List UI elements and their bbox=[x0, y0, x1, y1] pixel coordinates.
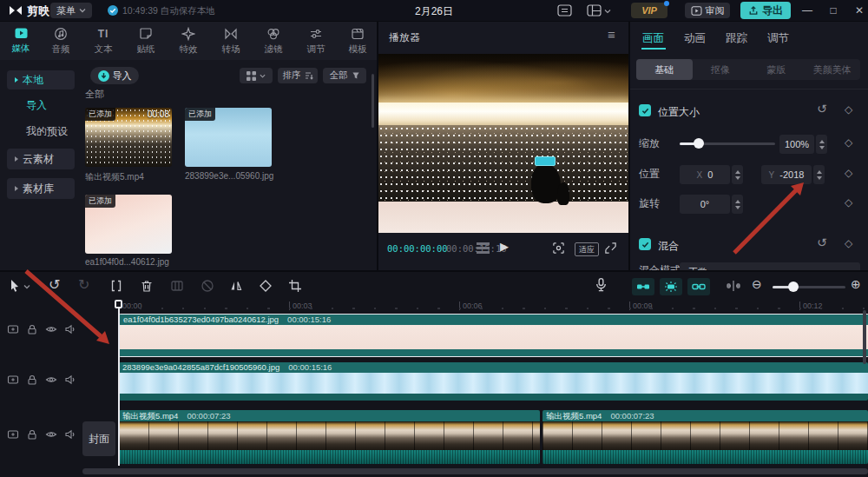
video-preview[interactable] bbox=[378, 54, 628, 233]
import-media-button[interactable]: 导入 bbox=[90, 67, 139, 84]
keyframe-diamond-icon[interactable]: ◇ bbox=[845, 136, 852, 149]
tab-adjustment[interactable]: 调节 bbox=[767, 31, 789, 46]
overlay-track-icon[interactable] bbox=[7, 323, 19, 335]
auto-snap-toggle[interactable] bbox=[660, 278, 682, 295]
select-tool-icon[interactable] bbox=[8, 279, 22, 293]
tab-canvas[interactable]: 画面 bbox=[642, 31, 664, 46]
timeline-clip-pink-image[interactable]: ea1f04f0d1b635273ed0497ba0240612.jpg00:0… bbox=[119, 314, 868, 357]
tab-stickers[interactable]: 贴纸 bbox=[125, 22, 167, 60]
blend-mode-select[interactable]: 正常 bbox=[680, 262, 860, 270]
mute-track-icon[interactable] bbox=[64, 428, 76, 441]
tab-adjust[interactable]: 调节 bbox=[295, 22, 337, 60]
rotation-field[interactable]: 0° bbox=[680, 195, 730, 214]
filter-button[interactable]: 全部 bbox=[323, 68, 366, 83]
crop-icon[interactable] bbox=[288, 279, 302, 293]
rotation-stepper[interactable] bbox=[732, 195, 743, 214]
tab-animation[interactable]: 动画 bbox=[684, 31, 706, 46]
fullscreen-icon[interactable] bbox=[604, 242, 617, 255]
tab-transitions[interactable]: 转场 bbox=[210, 22, 252, 60]
sidebar-item-local[interactable]: 本地 bbox=[7, 70, 75, 89]
window-maximize-button[interactable]: □ bbox=[826, 3, 840, 17]
lock-icon[interactable] bbox=[26, 374, 38, 386]
hide-track-icon[interactable] bbox=[45, 428, 57, 441]
sidebar-item-library[interactable]: 素材库 bbox=[7, 178, 75, 199]
timeline-zoom-handle[interactable] bbox=[788, 282, 799, 292]
playhead-handle[interactable] bbox=[115, 300, 122, 308]
select-tool-chevron-icon[interactable] bbox=[23, 283, 30, 290]
lock-icon[interactable] bbox=[26, 323, 38, 335]
timeline-vertical-scrollbar[interactable] bbox=[863, 310, 866, 364]
mute-track-icon[interactable] bbox=[64, 374, 76, 386]
tab-filters[interactable]: 滤镜 bbox=[253, 22, 294, 60]
reset-icon[interactable]: ↺ bbox=[817, 236, 827, 248]
subtab-beauty[interactable]: 美颜美体 bbox=[805, 59, 861, 80]
notes-panel-icon[interactable] bbox=[557, 4, 572, 17]
media-item-image-pink[interactable]: 已添加 bbox=[85, 195, 172, 254]
sidebar-item-my-presets[interactable]: 我的预设 bbox=[26, 124, 68, 139]
main-track-magnet-toggle[interactable] bbox=[632, 278, 654, 295]
tab-audio[interactable]: 音频 bbox=[40, 22, 82, 60]
tab-effects[interactable]: 特效 bbox=[168, 22, 209, 60]
layout-chevron-icon[interactable] bbox=[604, 8, 611, 15]
subtab-mask[interactable]: 蒙版 bbox=[748, 59, 805, 80]
timeline-clip-video-2[interactable]: 输出视频5.mp400:00:07:23 bbox=[542, 410, 868, 464]
position-y-field[interactable]: Y -2018 bbox=[761, 165, 812, 184]
reset-icon[interactable]: ↺ bbox=[817, 103, 827, 115]
timeline-horizontal-scrollbar[interactable] bbox=[82, 468, 868, 474]
media-item-video[interactable]: 已添加 00:08 bbox=[85, 108, 172, 167]
split-icon[interactable] bbox=[109, 279, 123, 293]
microphone-icon[interactable] bbox=[594, 277, 608, 293]
preview-axis-icon[interactable] bbox=[726, 280, 741, 292]
review-button[interactable]: 审阅 bbox=[685, 3, 730, 18]
playhead-line[interactable] bbox=[118, 301, 120, 466]
media-item-image-blue[interactable]: 已添加 bbox=[185, 108, 272, 167]
scale-stepper[interactable] bbox=[816, 135, 827, 154]
view-mode-button[interactable] bbox=[240, 68, 273, 83]
sidebar-item-import[interactable]: 导入 bbox=[26, 98, 47, 113]
position-x-stepper[interactable] bbox=[732, 165, 743, 184]
cover-button[interactable]: 封面 bbox=[82, 421, 115, 456]
window-minimize-button[interactable]: — bbox=[800, 3, 814, 17]
zoom-out-icon[interactable]: ⊖ bbox=[752, 277, 762, 291]
media-scrollbar[interactable] bbox=[372, 74, 374, 128]
tab-templates[interactable]: 模板 bbox=[337, 22, 377, 60]
keyframe-diamond-icon[interactable]: ◇ bbox=[845, 167, 852, 179]
lock-icon[interactable] bbox=[26, 428, 38, 441]
hide-track-icon[interactable] bbox=[45, 374, 57, 386]
undo-icon[interactable]: ↺ bbox=[49, 276, 60, 293]
mirror-icon[interactable] bbox=[229, 279, 243, 293]
play-button[interactable]: ▶ bbox=[500, 240, 509, 253]
timeline-clip-video-1[interactable]: 输出视频5.mp400:00:07:23 bbox=[119, 410, 540, 464]
sidebar-item-cloud[interactable]: 云素材 bbox=[7, 149, 75, 169]
hide-track-icon[interactable] bbox=[45, 323, 57, 335]
tab-tracking[interactable]: 跟踪 bbox=[726, 31, 747, 46]
keyframe-diamond-icon[interactable]: ◇ bbox=[845, 237, 852, 249]
frame-view-icon[interactable] bbox=[477, 242, 490, 254]
position-x-field[interactable]: X 0 bbox=[680, 165, 730, 184]
position-size-checkbox[interactable] bbox=[639, 104, 651, 116]
zoom-in-icon[interactable]: ⊕ bbox=[851, 277, 861, 291]
delete-icon[interactable] bbox=[140, 279, 154, 293]
subtab-cutout[interactable]: 抠像 bbox=[693, 59, 749, 80]
linkage-toggle[interactable] bbox=[687, 278, 710, 295]
overlay-track-icon[interactable] bbox=[7, 374, 19, 386]
tab-media[interactable]: 媒体 bbox=[0, 22, 42, 60]
sort-button[interactable]: 排序 bbox=[278, 68, 318, 83]
position-y-stepper[interactable] bbox=[813, 165, 825, 184]
overlay-track-icon[interactable] bbox=[7, 428, 19, 441]
vip-button[interactable]: VIP bbox=[631, 3, 667, 18]
window-close-button[interactable]: ✕ bbox=[852, 3, 866, 17]
timeline-clip-blue-image[interactable]: 283899e3e9a042855a87dcf190505960.jpg00:0… bbox=[119, 362, 868, 401]
player-menu-icon[interactable]: ≡ bbox=[608, 27, 615, 42]
blend-checkbox[interactable] bbox=[639, 238, 651, 250]
layout-switch-icon[interactable] bbox=[587, 4, 602, 17]
mute-track-icon[interactable] bbox=[64, 323, 76, 335]
scale-slider-handle[interactable] bbox=[694, 138, 704, 149]
menu-button[interactable]: 菜单 bbox=[50, 3, 92, 18]
keyframe-diamond-icon[interactable]: ◇ bbox=[845, 103, 852, 116]
keyframe-diamond-icon[interactable]: ◇ bbox=[845, 196, 852, 209]
redo-icon[interactable]: ↻ bbox=[78, 276, 89, 293]
subtab-basic[interactable]: 基础 bbox=[636, 59, 693, 80]
fit-button[interactable]: 适应 bbox=[575, 242, 599, 256]
export-button[interactable]: 导出 bbox=[740, 2, 791, 19]
